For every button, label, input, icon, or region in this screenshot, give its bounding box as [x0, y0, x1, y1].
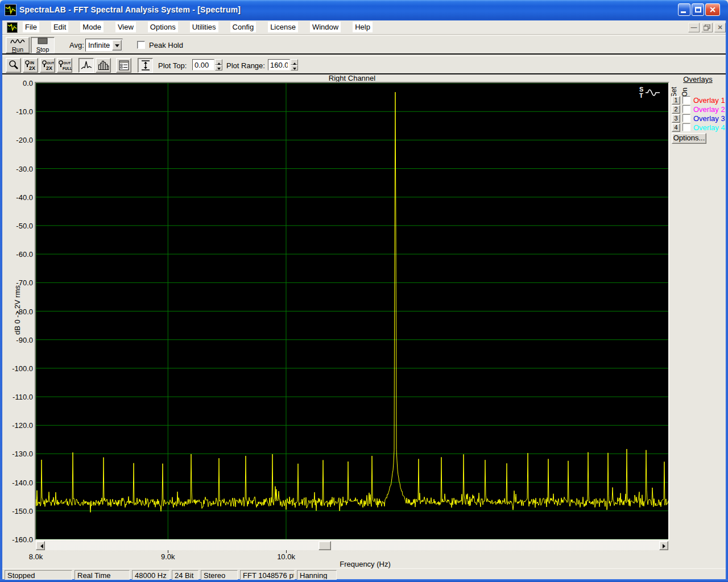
- status-cell: 24 Bit: [172, 570, 198, 580]
- chevron-down-icon[interactable]: [112, 40, 122, 51]
- display-settings-button[interactable]: [116, 58, 131, 73]
- plot-range-spinner[interactable]: [291, 59, 298, 70]
- overlay-on-checkbox-1[interactable]: [682, 96, 690, 104]
- plot-top-input[interactable]: [192, 59, 214, 70]
- window-border-left: [0, 20, 2, 582]
- x-axis-label: Frequency (Hz): [320, 560, 411, 568]
- overlays-options-button[interactable]: Options...: [672, 133, 706, 144]
- close-button[interactable]: ✕: [705, 3, 720, 16]
- stop-button[interactable]: Stop: [31, 37, 55, 53]
- mdi-close-button[interactable]: ✕: [714, 23, 726, 32]
- spin-up-icon[interactable]: [215, 59, 222, 65]
- peak-hold-label: Peak Hold: [149, 41, 183, 49]
- plot-title: Right Channel: [35, 74, 669, 82]
- x-tick-label: 9.0k: [151, 552, 185, 561]
- document-icon[interactable]: [7, 22, 18, 33]
- app-icon: [5, 4, 16, 16]
- menu-config[interactable]: Config: [230, 22, 257, 32]
- svg-text:2X: 2X: [29, 65, 35, 71]
- sine-wave-icon: [10, 38, 25, 45]
- maximize-button[interactable]: [692, 3, 704, 16]
- avg-value: Infinite: [88, 41, 110, 49]
- zoom-in-2x-icon: IN 2X: [24, 60, 37, 71]
- svg-text:OUT: OUT: [47, 61, 54, 65]
- title-bar: SpectraLAB - FFT Spectral Analysis Syste…: [0, 0, 728, 20]
- svg-text:IN: IN: [30, 61, 34, 65]
- y-tick-label: -100.0: [5, 364, 33, 373]
- svg-text:T: T: [639, 92, 643, 99]
- y-tick-label: -150.0: [5, 507, 33, 516]
- menu-bar: FileEditModeViewOptionsUtilitiesConfigLi…: [2, 20, 726, 35]
- overlay-on-checkbox-4[interactable]: [682, 123, 690, 131]
- vertical-autoscale-button[interactable]: [138, 58, 153, 73]
- menu-utilities[interactable]: Utilities: [190, 22, 218, 32]
- vertical-range-icon: [140, 60, 151, 71]
- menu-file[interactable]: File: [23, 22, 39, 32]
- x-tick-label: 10.0k: [269, 552, 303, 561]
- zoom-out-full-button[interactable]: OUT FULL: [57, 58, 72, 73]
- spin-down-icon[interactable]: [291, 65, 298, 70]
- y-tick-label: -40.0: [5, 193, 33, 202]
- avg-label: Avg:: [69, 41, 84, 49]
- y-tick-label: -120.0: [5, 421, 33, 430]
- zoom-out-2x-button[interactable]: OUT 2X: [40, 58, 55, 73]
- histogram-view-button[interactable]: [96, 58, 111, 73]
- y-tick-label: -130.0: [5, 450, 33, 458]
- scrollbar-thumb[interactable]: [318, 541, 331, 550]
- overlay-set-button-4[interactable]: 4: [672, 123, 680, 132]
- histogram-bars-icon: [98, 60, 109, 71]
- avg-combobox[interactable]: Infinite: [85, 39, 123, 52]
- plot-toolbar: IN 2X OUT 2X OUT FULL: [2, 56, 726, 74]
- plot-top-spinner[interactable]: [215, 59, 222, 70]
- overlay-set-button-1[interactable]: 1: [672, 96, 680, 105]
- zoom-out-2x-icon: OUT 2X: [42, 60, 54, 71]
- status-bar: StoppedReal Time48000 Hz24 BitStereoFFT …: [2, 568, 726, 579]
- overlay-set-button-2[interactable]: 2: [672, 105, 680, 114]
- run-label: Run: [6, 47, 29, 52]
- mdi-minimize-button[interactable]: —: [688, 23, 700, 32]
- scroll-right-arrow[interactable]: [659, 541, 668, 550]
- menu-options[interactable]: Options: [148, 22, 178, 32]
- plot-frame: [35, 82, 669, 541]
- menu-view[interactable]: View: [115, 22, 136, 32]
- zoom-in-2x-button[interactable]: IN 2X: [23, 58, 38, 73]
- y-tick-label: -80.0: [5, 307, 33, 316]
- spectrum-plot-canvas[interactable]: [36, 83, 668, 539]
- spectrum-curve-view-button[interactable]: [78, 58, 94, 73]
- spin-down-icon[interactable]: [215, 65, 222, 70]
- spin-up-icon[interactable]: [291, 59, 298, 65]
- menu-items: FileEditModeViewOptionsUtilitiesConfigLi…: [23, 22, 373, 32]
- y-tick-label: 0.0: [5, 79, 33, 88]
- menu-license[interactable]: License: [268, 22, 298, 32]
- close-icon: ✕: [709, 5, 716, 14]
- overlay-on-checkbox-2[interactable]: [682, 105, 690, 113]
- overlay-label: Overlay 1: [693, 96, 725, 105]
- y-tick-label: -50.0: [5, 222, 33, 230]
- svg-text:2X: 2X: [46, 65, 52, 71]
- horizontal-scrollbar[interactable]: [36, 541, 668, 550]
- status-cell: Hanning: [297, 570, 337, 580]
- status-cell: 48000 Hz: [132, 570, 169, 580]
- y-tick-label: -140.0: [5, 479, 33, 487]
- overlay-set-button-3[interactable]: 3: [672, 114, 680, 123]
- plot-range-input[interactable]: [268, 59, 290, 70]
- scroll-left-arrow[interactable]: [36, 541, 45, 550]
- run-button[interactable]: Run: [6, 37, 30, 53]
- minimize-button[interactable]: [678, 3, 690, 16]
- overlay-on-checkbox-3[interactable]: [682, 114, 690, 122]
- y-tick-label: -70.0: [5, 278, 33, 287]
- mdi-restore-button[interactable]: [701, 23, 713, 32]
- peak-hold-checkbox[interactable]: [137, 41, 145, 49]
- overlays-title: Overlays: [680, 75, 715, 84]
- spectrum-peak-icon: [81, 60, 92, 71]
- magnifier-icon: [8, 60, 19, 71]
- menu-window[interactable]: Window: [310, 22, 341, 32]
- settings-dialog-icon: [118, 60, 130, 71]
- status-cell: FFT 1048576 pts: [240, 570, 295, 580]
- y-tick-label: -10.0: [5, 107, 33, 116]
- menu-help[interactable]: Help: [353, 22, 373, 32]
- zoom-tool-button[interactable]: [6, 58, 21, 73]
- menu-edit[interactable]: Edit: [51, 22, 68, 32]
- stop-square-icon: [37, 38, 48, 45]
- menu-mode[interactable]: Mode: [80, 22, 104, 32]
